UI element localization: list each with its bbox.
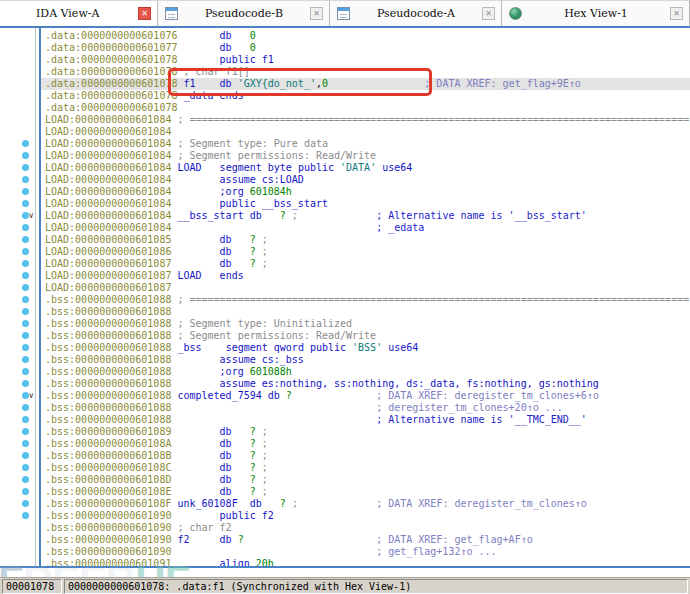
listing-line[interactable]: .bss:0000000000601091 align 20h xyxy=(45,558,690,566)
gutter-cell xyxy=(0,162,39,174)
close-icon[interactable]: ✕ xyxy=(310,7,323,20)
listing-line[interactable]: .bss:0000000000601088 ; Segment permissi… xyxy=(45,330,690,342)
listing-line[interactable]: LOAD:0000000000601084 assume cs:LOAD xyxy=(45,174,690,186)
listing-line[interactable]: LOAD:0000000000601084 ; Segment permissi… xyxy=(45,150,690,162)
listing-line[interactable]: .data:0000000000601078 _data ends xyxy=(45,90,690,102)
listing-line[interactable]: .bss:0000000000601089 db ? ; xyxy=(45,426,690,438)
line-marker-dot-icon xyxy=(22,416,29,423)
listing-line[interactable]: LOAD:0000000000601084 ;org 601084h xyxy=(45,186,690,198)
gutter-cell xyxy=(0,258,39,270)
listing-line[interactable]: LOAD:0000000000601084 ; Segment type: Pu… xyxy=(45,138,690,150)
tab-label: Pseudocode-B xyxy=(178,7,310,20)
listing-line[interactable]: .data:0000000000601078 public f1 xyxy=(45,54,690,66)
listing-line[interactable]: LOAD:0000000000601087 xyxy=(45,282,690,294)
line-marker-dot-icon xyxy=(22,236,29,243)
listing-line[interactable]: LOAD:0000000000601085 db ? ; xyxy=(45,234,690,246)
line-marker-dot-icon xyxy=(22,440,29,447)
listing-line[interactable]: .bss:000000000060108C db ? ; xyxy=(45,462,690,474)
gutter-cell xyxy=(0,438,39,450)
tab-pseudocode-b[interactable]: Pseudocode-B✕ xyxy=(158,0,330,26)
listing-line[interactable]: .bss:0000000000601090 ; char f2 xyxy=(45,522,690,534)
gutter-cell xyxy=(0,546,39,558)
gutter-cell xyxy=(0,342,39,354)
listing-line[interactable]: LOAD:0000000000601084 ; _edata xyxy=(45,222,690,234)
listing-line[interactable]: .bss:0000000000601090 ; get_flag+132↑o .… xyxy=(45,546,690,558)
gutter-cell xyxy=(0,234,39,246)
listing-line[interactable]: .bss:0000000000601088 ; deregister_tm_cl… xyxy=(45,402,690,414)
tab-hex-view-1[interactable]: Hex View-1✕ xyxy=(502,0,690,26)
listing-line[interactable]: LOAD:0000000000601087 LOAD ends xyxy=(45,270,690,282)
disassembly-listing[interactable]: .data:0000000000601076 db 0.data:0000000… xyxy=(41,28,690,566)
listing-line[interactable]: .bss:000000000060108B db ? ; xyxy=(45,450,690,462)
line-marker-dot-icon xyxy=(22,296,29,303)
listing-line[interactable]: LOAD:0000000000601084 public __bss_start xyxy=(45,198,690,210)
line-marker-dot-icon xyxy=(22,188,29,195)
gutter-cell xyxy=(0,414,39,426)
listing-line[interactable]: .data:0000000000601078 ; char f1[] xyxy=(45,66,690,78)
ida-window: IDA View-A✕Pseudocode-B✕Pseudocode-A✕Hex… xyxy=(0,0,690,594)
line-marker-dot-icon xyxy=(22,152,29,159)
listing-line-current[interactable]: .data:0000000000601078 f1 db 'GXY{do_not… xyxy=(41,78,690,90)
gutter-cell xyxy=(0,138,39,150)
tab-pseudocode-a[interactable]: Pseudocode-A✕ xyxy=(330,0,502,26)
line-marker-dot-icon xyxy=(22,272,29,279)
disassembly-view: ∨∨ .data:0000000000601076 db 0.data:0000… xyxy=(0,28,690,568)
listing-line[interactable]: .bss:0000000000601088 assume es:nothing,… xyxy=(45,378,690,390)
gutter-cell xyxy=(0,150,39,162)
listing-line[interactable]: .bss:0000000000601088 ;org 601088h xyxy=(45,366,690,378)
gutter-cell xyxy=(0,306,39,318)
status-bar: 00001078 0000000000601078: .data:f1 (Syn… xyxy=(0,577,690,594)
listing-line[interactable]: .bss:0000000000601088 ; Segment type: Un… xyxy=(45,318,690,330)
listing-line[interactable]: LOAD:0000000000601084 LOAD segment byte … xyxy=(45,162,690,174)
listing-line[interactable]: .bss:0000000000601088 _bss segment qword… xyxy=(45,342,690,354)
collapse-arrow-icon[interactable]: ∨ xyxy=(28,210,34,222)
listing-line[interactable]: .bss:0000000000601090 f2 db ? ; DATA XRE… xyxy=(45,534,690,546)
line-marker-dot-icon xyxy=(22,404,29,411)
listing-line[interactable]: .data:0000000000601078 xyxy=(45,102,690,114)
gutter-cell xyxy=(0,126,39,138)
line-marker-dot-icon xyxy=(22,176,29,183)
hexview-icon xyxy=(509,7,522,20)
gutter-cell xyxy=(0,522,39,534)
listing-line[interactable]: LOAD:0000000000601084 __bss_start db ? ;… xyxy=(45,210,690,222)
listing-line[interactable]: LOAD:0000000000601084 xyxy=(45,126,690,138)
tab-bar: IDA View-A✕Pseudocode-B✕Pseudocode-A✕Hex… xyxy=(0,0,690,26)
status-offset-field: 00001078 xyxy=(2,579,62,594)
close-icon[interactable]: ✕ xyxy=(670,7,683,20)
listing-line[interactable]: .bss:0000000000601088 xyxy=(45,306,690,318)
tab-ida-view-a[interactable]: IDA View-A✕ xyxy=(0,0,158,26)
listing-line[interactable]: .bss:0000000000601090 public f2 xyxy=(45,510,690,522)
listing-line[interactable]: LOAD:0000000000601084 ; ================… xyxy=(45,114,690,126)
line-marker-dot-icon xyxy=(22,308,29,315)
gutter-cell xyxy=(0,66,39,78)
close-icon[interactable]: ✕ xyxy=(138,7,151,20)
gutter-cell: ∨ xyxy=(0,390,39,402)
listing-line[interactable]: .bss:000000000060108D db ? ; xyxy=(45,474,690,486)
listing-line[interactable]: .bss:000000000060108E db ? ; xyxy=(45,486,690,498)
gutter-cell xyxy=(0,330,39,342)
line-marker-dot-icon xyxy=(22,344,29,351)
listing-line[interactable]: .bss:000000000060108A db ? ; xyxy=(45,438,690,450)
gutter-cell xyxy=(0,462,39,474)
listing-line[interactable]: .bss:0000000000601088 ; Alternative name… xyxy=(45,414,690,426)
listing-line[interactable]: .bss:0000000000601088 assume cs:_bss xyxy=(45,354,690,366)
gutter-cell xyxy=(0,282,39,294)
line-marker-dot-icon xyxy=(22,428,29,435)
listing-line[interactable]: LOAD:0000000000601086 db ? ; xyxy=(45,246,690,258)
listing-line[interactable]: LOAD:0000000000601087 db ? ; xyxy=(45,258,690,270)
navigation-gutter: ∨∨ xyxy=(0,28,41,566)
gutter-cell xyxy=(0,486,39,498)
listing-line[interactable]: .data:0000000000601077 db 0 xyxy=(45,42,690,54)
listing-line[interactable]: .data:0000000000601076 db 0 xyxy=(45,30,690,42)
listing-line[interactable]: .bss:0000000000601088 completed_7594 db … xyxy=(45,390,690,402)
collapse-arrow-icon[interactable]: ∨ xyxy=(28,390,34,402)
gutter-cell xyxy=(0,450,39,462)
gutter-cell xyxy=(0,318,39,330)
line-marker-dot-icon xyxy=(22,500,29,507)
listing-line[interactable]: .bss:000000000060108F unk_60108F db ? ; … xyxy=(45,498,690,510)
gutter-cell xyxy=(0,426,39,438)
listing-line[interactable]: .bss:0000000000601088 ; ================… xyxy=(45,294,690,306)
line-marker-dot-icon xyxy=(22,512,29,519)
line-marker-dot-icon xyxy=(22,464,29,471)
close-icon[interactable]: ✕ xyxy=(482,7,495,20)
